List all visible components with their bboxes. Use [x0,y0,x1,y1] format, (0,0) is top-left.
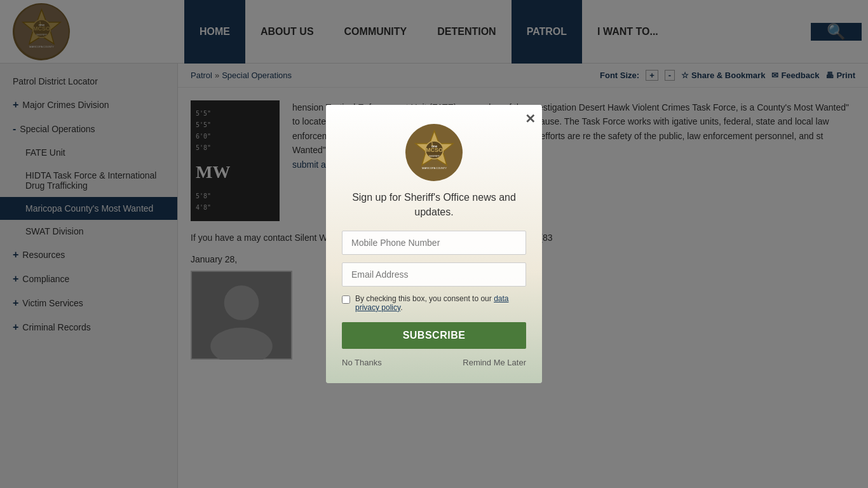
modal-overlay[interactable]: ✕ 1 one MCSO SHERIFF MARICOPA COUNTY [0,0,868,488]
signup-modal: ✕ 1 one MCSO SHERIFF MARICOPA COUNTY [326,105,542,383]
email-input[interactable] [342,262,526,287]
modal-title: Sign up for Sheriff's Office news and up… [342,191,526,219]
modal-logo-circle: 1 one MCSO SHERIFF MARICOPA COUNTY [405,124,463,181]
svg-text:MCSO: MCSO [426,147,443,153]
modal-footer: No Thanks Remind Me Later [342,358,526,367]
svg-text:MARICOPA COUNTY: MARICOPA COUNTY [422,166,447,170]
modal-close-button[interactable]: ✕ [525,111,536,126]
remind-later-button[interactable]: Remind Me Later [463,358,526,367]
consent-checkbox[interactable] [342,295,350,304]
svg-text:SHERIFF: SHERIFF [428,154,440,158]
modal-logo: 1 one MCSO SHERIFF MARICOPA COUNTY [342,124,526,181]
subscribe-button[interactable]: SUBSCRIBE [342,322,526,349]
modal-body: 1 one MCSO SHERIFF MARICOPA COUNTY Sign … [342,124,526,367]
phone-input[interactable] [342,231,526,255]
consent-text: By checking this box, you consent to our… [355,294,526,312]
consent-row: By checking this box, you consent to our… [342,294,526,312]
no-thanks-button[interactable]: No Thanks [342,358,382,367]
